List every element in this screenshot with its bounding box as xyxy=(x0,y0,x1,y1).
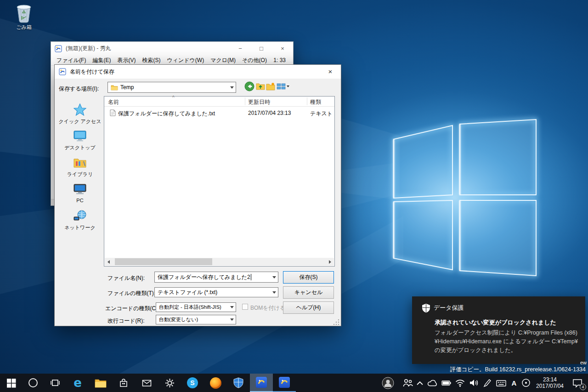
editor-title: (無題)(更新) - 秀丸 xyxy=(66,45,111,52)
touch-keyboard-icon xyxy=(496,378,507,388)
close-button[interactable]: × xyxy=(272,42,293,55)
taskbar-app-edge[interactable]: e xyxy=(66,374,89,392)
horizontal-scrollbar[interactable] xyxy=(105,258,334,266)
up-one-level-button[interactable] xyxy=(256,82,265,91)
data-protection-toast[interactable]: データ保護 承認されていない変更がブロックされました フォルダーアクセス制限によ… xyxy=(412,296,585,364)
windows-start-icon xyxy=(6,378,16,388)
help-button[interactable]: ヘルプ(H) xyxy=(283,301,334,314)
pc-icon xyxy=(73,183,87,195)
view-menu-button[interactable] xyxy=(276,82,290,91)
action-center-button[interactable]: 4 xyxy=(568,374,587,392)
desktop: ごみ箱 (無題)(更新) - 秀丸 − □ × ファイル(F) 編集(E) 表示… xyxy=(0,0,588,392)
evaluation-watermark: 評価コピー。Build 16232.rs_prerelease.1/0624-1… xyxy=(450,366,586,374)
filetype-label: ファイルの種類(T): xyxy=(107,290,155,297)
text-file-icon xyxy=(110,109,116,116)
sidebar-item-label: PC xyxy=(76,198,83,203)
menu-search[interactable]: 検索(S) xyxy=(139,57,164,64)
file-list-header: ^ 名前 更新日時 種類 xyxy=(104,97,334,107)
sidebar-item-pc[interactable]: PC xyxy=(57,183,102,203)
column-header-type[interactable]: 種類 xyxy=(310,98,321,106)
column-divider[interactable] xyxy=(245,97,245,105)
system-tray: A 23:14 2017/07/04 4 xyxy=(379,374,588,392)
menu-window[interactable]: ウィンドウ(W) xyxy=(164,57,207,64)
minimize-button[interactable]: − xyxy=(230,42,251,55)
volume-indicator[interactable] xyxy=(467,374,481,392)
column-header-modified[interactable]: 更新日時 xyxy=(248,98,270,106)
clock-time: 23:14 xyxy=(543,376,557,383)
battery-indicator[interactable] xyxy=(439,374,453,392)
dropdown-arrow-icon[interactable] xyxy=(228,315,236,324)
taskbar-app-hidemaru-active[interactable] xyxy=(250,374,273,392)
gear-icon xyxy=(164,378,175,388)
column-divider[interactable] xyxy=(307,97,307,105)
scroll-right-icon[interactable] xyxy=(326,258,334,266)
resize-grip[interactable] xyxy=(334,318,340,325)
dialog-titlebar[interactable]: 名前を付けて保存 × xyxy=(55,65,341,79)
taskbar-app-skype[interactable]: S xyxy=(181,374,204,392)
recycle-bin-label: ごみ箱 xyxy=(16,24,32,31)
pen-settings-button[interactable] xyxy=(481,374,494,392)
windows-ink-button[interactable] xyxy=(520,374,532,392)
location-combobox[interactable]: Temp xyxy=(107,82,236,93)
user-avatar-button[interactable] xyxy=(379,374,397,392)
cloud-icon xyxy=(427,378,438,387)
store-icon xyxy=(119,378,129,388)
menu-other[interactable]: その他(O) xyxy=(239,57,270,64)
ime-mode-indicator[interactable]: A xyxy=(508,374,520,392)
save-button[interactable]: 保存(S) xyxy=(283,271,334,284)
location-label: 保存する場所(I): xyxy=(59,85,99,93)
column-header-name[interactable]: 名前 xyxy=(108,98,119,106)
taskbar-clock[interactable]: 23:14 2017/07/04 xyxy=(532,374,568,392)
network-indicator[interactable] xyxy=(453,374,467,392)
bom-checkbox[interactable] xyxy=(242,304,248,310)
start-button[interactable] xyxy=(0,374,22,392)
taskbar-app-explorer[interactable] xyxy=(89,374,112,392)
sidebar-item-library[interactable]: ライブラリ xyxy=(57,157,102,178)
dropdown-arrow-icon[interactable] xyxy=(270,288,278,297)
sidebar-item-network[interactable]: ネットワーク xyxy=(57,210,102,231)
taskbar-app-store[interactable] xyxy=(112,374,135,392)
scroll-left-icon[interactable] xyxy=(105,258,113,266)
scrollbar-thumb[interactable] xyxy=(115,258,212,265)
newline-combobox[interactable]: 自動(変更しない) xyxy=(156,315,236,324)
mail-icon xyxy=(141,378,152,388)
taskbar-app-mail[interactable] xyxy=(135,374,158,392)
touch-keyboard-button[interactable] xyxy=(494,374,508,392)
caret-position: 1: 33 xyxy=(273,57,293,63)
cortana-button[interactable] xyxy=(22,374,44,392)
people-icon xyxy=(402,378,413,387)
dialog-close-button[interactable]: × xyxy=(320,65,341,78)
pen-icon xyxy=(482,378,492,388)
onedrive-button[interactable] xyxy=(425,374,439,392)
encoding-label: エンコードの種類(C): xyxy=(105,305,159,312)
filetype-combobox[interactable]: テキストファイル (*.txt) xyxy=(154,287,278,297)
recycle-bin-shortcut[interactable]: ごみ箱 xyxy=(9,3,39,36)
tray-overflow-button[interactable] xyxy=(414,374,425,392)
filename-input[interactable]: 保護フォルダーへ保存してみました2 xyxy=(154,272,278,283)
task-view-button[interactable] xyxy=(44,374,66,392)
new-folder-button[interactable] xyxy=(266,82,275,91)
encoding-combobox[interactable]: 自動判定 - 日本語(Shift-JIS) xyxy=(156,302,236,312)
taskbar-app-settings[interactable] xyxy=(158,374,181,392)
taskbar-app-firefox[interactable] xyxy=(204,374,227,392)
dropdown-arrow-icon[interactable] xyxy=(228,303,236,312)
location-value: Temp xyxy=(120,84,134,91)
maximize-button[interactable]: □ xyxy=(251,42,272,55)
dropdown-arrow-icon[interactable] xyxy=(270,272,278,282)
taskbar-app-hidemaru[interactable] xyxy=(273,374,296,392)
filename-value: 保護フォルダーへ保存してみました2 xyxy=(158,273,250,281)
sidebar-item-quick-access[interactable]: クイック アクセス xyxy=(57,103,102,125)
people-button[interactable] xyxy=(401,374,414,392)
sidebar-item-desktop[interactable]: デスクトップ xyxy=(57,130,102,151)
cancel-button[interactable]: キャンセル xyxy=(283,286,334,299)
menu-edit[interactable]: 編集(E) xyxy=(89,57,114,64)
desktop-monitor-icon xyxy=(73,130,87,142)
menu-file[interactable]: ファイル(F) xyxy=(53,57,89,64)
file-list-row[interactable]: 保護フォルダーに保存してみました.txt 2017/07/04 23:13 テキ… xyxy=(104,108,334,118)
menu-view[interactable]: 表示(V) xyxy=(114,57,139,64)
menu-macro[interactable]: マクロ(M) xyxy=(207,57,239,64)
back-button[interactable] xyxy=(244,81,254,91)
taskbar-app-defender[interactable] xyxy=(227,374,250,392)
editor-titlebar[interactable]: (無題)(更新) - 秀丸 − □ × xyxy=(51,42,293,55)
dropdown-arrow-icon[interactable] xyxy=(228,82,236,92)
